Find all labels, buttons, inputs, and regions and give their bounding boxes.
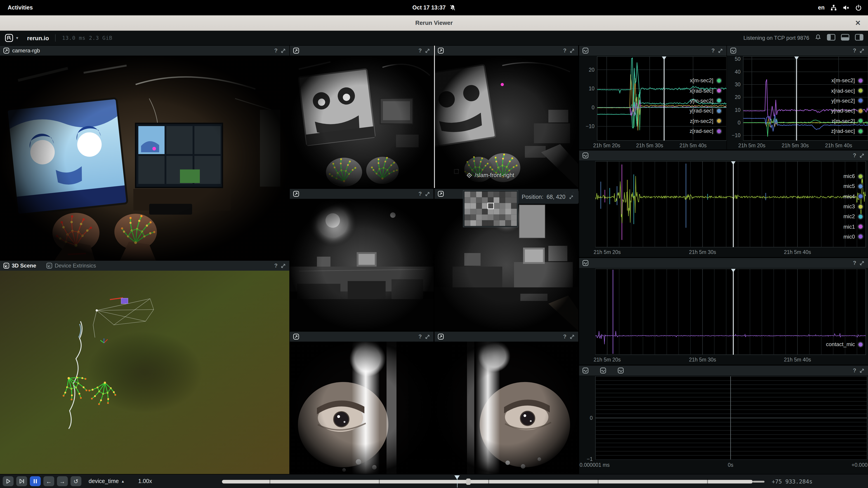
legend-item[interactable]: x[m-sec2] [690,75,722,86]
legend-item[interactable]: mic2 [843,212,864,222]
panel-header[interactable]: ? [579,258,868,268]
maximize-icon[interactable] [717,48,723,54]
maximize-icon[interactable] [425,48,430,54]
legend-item[interactable]: z[rad-sec] [831,126,864,136]
legend-item[interactable]: y[m-sec2] [690,96,722,106]
legend-dot [858,77,864,84]
panel-header[interactable]: ? [290,332,434,341]
panel-header[interactable]: ? [434,46,578,56]
et-r-view[interactable] [434,341,578,474]
maximize-icon[interactable] [280,48,286,54]
camera-rgb-view[interactable] [0,56,289,261]
help-icon[interactable]: ? [711,47,715,54]
play-to-end-button[interactable] [16,476,27,486]
panel-header[interactable]: ? [579,151,868,160]
maximize-icon[interactable] [859,153,865,158]
panel-header[interactable]: 3D Scene Device Extrinsics ? [0,261,289,271]
et-l-view[interactable] [290,341,434,474]
toggle-right-panel-icon[interactable] [855,34,864,42]
clock[interactable]: Oct 17 13:37 [412,4,445,11]
legend-item[interactable]: z[m-sec2] [690,116,722,126]
help-icon[interactable]: ? [274,263,278,269]
volume-muted-icon[interactable] [843,4,849,11]
tab-3d-scene[interactable]: 3D Scene [3,263,36,269]
mag0-view[interactable]: 0−10.000001 ms0s+0.000 [579,376,868,474]
power-icon[interactable] [855,4,862,11]
help-icon[interactable]: ? [418,333,422,340]
tab-mag0[interactable] [618,367,626,374]
pause-button[interactable] [30,476,41,486]
legend-item[interactable]: x[m-sec2] [831,75,864,86]
maximize-icon[interactable] [425,334,430,339]
app-menu-button[interactable]: ▼ [4,33,19,42]
legend-item[interactable]: mic1 [843,222,864,232]
network-icon[interactable] [831,4,837,11]
help-icon[interactable]: ? [563,333,566,340]
legend-item[interactable]: z[m-sec2] [831,116,864,126]
activities-button[interactable]: Activities [8,4,33,11]
panel-header[interactable]: ? [579,46,726,56]
legend-item[interactable]: x[rad-sec] [831,86,864,96]
play-button[interactable] [3,476,13,486]
tab-baro_T[interactable] [600,367,609,374]
help-icon[interactable]: ? [853,152,856,159]
timeline-track[interactable] [222,480,753,484]
slam-fr-view[interactable] [434,56,578,188]
playback-speed[interactable]: 1.00x [138,478,152,484]
legend-item[interactable]: y[rad-sec] [831,106,864,116]
legend-item[interactable]: z[rad-sec] [690,126,722,136]
tab-baro_P[interactable] [582,367,591,374]
panel-header[interactable]: ? [290,46,434,56]
panel-header[interactable]: ? [434,332,578,341]
contact-mic-view[interactable]: 21h 5m 20s21h 5m 30s21h 5m 40scontact_mi… [579,268,868,365]
legend-item[interactable]: mic3 [843,201,864,212]
step-forward-button[interactable]: → [57,476,68,486]
mic-view[interactable]: 21h 5m 20s21h 5m 30s21h 5m 40smic6mic5mi… [579,160,868,257]
3d-scene-view[interactable] [0,271,289,474]
help-icon[interactable]: ? [853,367,856,374]
panel-header[interactable]: ? [579,365,868,376]
timeline-handle[interactable] [466,479,471,485]
maximize-icon[interactable] [425,191,430,197]
timeline-selector[interactable]: device_time ▲ [89,478,125,484]
notifications-icon[interactable] [815,34,822,42]
help-icon[interactable]: ? [274,47,278,54]
slam-sl-view[interactable] [290,199,434,331]
imu-right-view[interactable]: 50403020100−1021h 5m 20s21h 5m 30s21h 5m… [727,56,868,150]
legend-item[interactable]: mic0 [843,232,864,242]
panel-header[interactable]: camera-rgb ? [0,46,289,56]
keyboard-layout[interactable]: en [818,4,825,11]
toggle-left-panel-icon[interactable] [827,34,835,42]
maximize-icon[interactable] [859,367,865,373]
help-icon[interactable]: ? [418,47,422,54]
legend-item[interactable]: y[m-sec2] [831,96,864,106]
window-titlebar[interactable]: Rerun Viewer ✕ [0,15,868,31]
legend-item[interactable]: x[rad-sec] [690,86,722,96]
help-icon[interactable]: ? [853,260,856,266]
slam-fl-view[interactable] [290,56,434,188]
legend-item[interactable]: mic4 [843,191,864,201]
maximize-icon[interactable] [859,48,865,54]
legend-item[interactable]: y[rad-sec] [690,106,722,116]
help-icon[interactable]: ? [563,47,566,54]
timeline-track-remainder[interactable] [753,481,765,483]
maximize-icon[interactable] [280,263,286,269]
maximize-icon[interactable] [569,334,575,339]
legend-item[interactable]: mic6 [843,171,864,182]
legend-item[interactable]: contact_mic [826,339,864,349]
panel-header[interactable]: ? [290,189,434,199]
loop-button[interactable]: ↺ [70,476,81,486]
imu-left-view[interactable]: 20100−1021h 5m 20s21h 5m 30s21h 5m 40sx[… [579,56,726,150]
window-close-button[interactable]: ✕ [855,15,861,31]
maximize-icon[interactable] [859,260,865,266]
timeline-track-area[interactable] [222,475,769,488]
help-icon[interactable]: ? [418,191,422,197]
toggle-bottom-panel-icon[interactable] [841,34,849,42]
maximize-icon[interactable] [569,48,575,54]
panel-header[interactable]: ? [727,46,868,56]
step-back-button[interactable]: ← [43,476,54,486]
3d-view-icon [46,263,53,269]
tab-device-extrinsics[interactable]: Device Extrinsics [46,263,96,269]
legend-item[interactable]: mic5 [843,182,864,192]
help-icon[interactable]: ? [853,47,856,54]
